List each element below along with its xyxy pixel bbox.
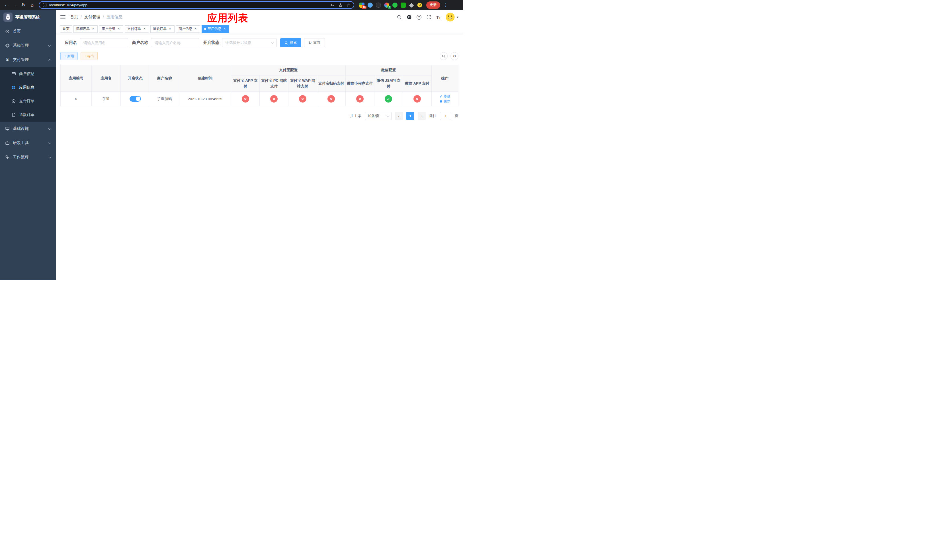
site-info-icon[interactable]: i — [43, 3, 47, 7]
page-1-button[interactable]: 1 — [406, 112, 414, 120]
extensions-puzzle-icon[interactable] — [409, 3, 414, 8]
next-page-button[interactable]: › — [418, 112, 426, 120]
table-toolbar: + 新增 ↓ 导出 ↻ — [61, 52, 458, 60]
extension-green-icon[interactable] — [392, 3, 398, 8]
add-button[interactable]: + 新增 — [61, 52, 78, 60]
breadcrumb: 首页 / 支付管理 / 应用信息 — [70, 15, 123, 20]
group-alipay-config: 支付宝配置 — [231, 65, 345, 76]
sidebar-item-infra[interactable]: 基础设施 — [0, 122, 56, 136]
help-icon[interactable]: ? — [416, 15, 421, 20]
search-button[interactable]: 搜索 — [280, 38, 301, 47]
close-icon[interactable]: × — [194, 27, 198, 31]
close-icon[interactable]: × — [223, 27, 227, 31]
page-annotation: 应用列表 — [207, 11, 248, 25]
tabs-bar: 首页 流程表单× 用户分组× 支付订单× 退款订单× 商户信息× 应用信息× — [56, 24, 463, 34]
close-icon[interactable]: × — [117, 27, 121, 31]
cell-app-id: 6 — [61, 92, 92, 106]
extension-grid-icon[interactable]: 10 — [359, 3, 365, 8]
sidebar-collapse-icon[interactable] — [61, 15, 65, 19]
profile-emoji-icon[interactable] — [417, 3, 422, 8]
payment-submenu: 商户信息 应用信息 支付订单 退款订单 — [0, 67, 56, 122]
browser-forward-icon[interactable]: → — [11, 2, 19, 9]
sidebar-item-devtools[interactable]: 研发工具 — [0, 136, 56, 150]
close-icon[interactable]: × — [142, 27, 146, 31]
font-size-icon[interactable]: TT — [436, 15, 440, 20]
cell-merchant: 芋道源码 — [150, 92, 179, 106]
col-app-id: 应用编号 — [61, 65, 92, 92]
search-icon — [442, 54, 445, 58]
tab-home[interactable]: 首页 — [60, 25, 72, 33]
col-alipay-wap: 支付宝 WAP 网站支付 — [289, 76, 317, 92]
github-icon[interactable] — [407, 15, 412, 20]
alipay-app-status-icon: × — [242, 95, 249, 103]
app-name-label: 应用名 — [65, 40, 77, 45]
tab-pay-order[interactable]: 支付订单× — [125, 25, 149, 33]
reset-button[interactable]: ↻ 重置 — [304, 38, 325, 47]
status-label: 开启状态 — [203, 40, 219, 45]
browser-update-button[interactable]: 更新 — [426, 2, 440, 9]
user-avatar[interactable]: ▾ — [445, 12, 458, 22]
sidebar-item-label: 基础设施 — [13, 126, 29, 131]
page-size-select[interactable]: 10条/页 — [365, 112, 392, 120]
prev-page-button[interactable]: ‹ — [395, 112, 403, 120]
col-wechat-jsapi: 微信 JSAPI 支付 — [374, 76, 403, 92]
browser-menu-icon[interactable]: ⋮ — [443, 3, 448, 8]
url-text[interactable]: localhost:1024/pay/app — [49, 3, 328, 7]
col-alipay-qr: 支付宝扫码支付 — [317, 76, 346, 92]
sidebar-item-workflow[interactable]: 工作流程 — [0, 150, 56, 164]
merchant-name-input[interactable] — [151, 38, 199, 47]
breadcrumb-home[interactable]: 首页 — [70, 15, 78, 20]
sidebar-item-label: 系统管理 — [13, 43, 29, 48]
toggle-search-button[interactable] — [440, 52, 448, 60]
extension-rainbow-icon[interactable]: 1 — [384, 3, 389, 8]
export-button[interactable]: ↓ 导出 — [80, 52, 98, 60]
browser-toolbar: ← → ↻ ⌂ i localhost:1024/pay/app ☆ 10 1 … — [0, 0, 463, 10]
browser-reload-icon[interactable]: ↻ — [20, 2, 27, 9]
app-table: 应用编号 应用名 开启状态 商户名称 创建时间 支付宝配置 微信配置 操作 支付… — [61, 65, 458, 106]
edit-link[interactable]: 修改 — [439, 94, 450, 99]
extension-drop-icon[interactable] — [368, 3, 373, 8]
chevron-down-icon: ▾ — [457, 15, 458, 19]
tab-merchant-info[interactable]: 商户信息× — [176, 25, 200, 33]
filter-form: 应用名 商户名称 开启状态 请选择开启状态 搜索 ↻ 重置 — [61, 38, 458, 47]
goto-page-input[interactable] — [440, 112, 451, 120]
bookmark-star-icon[interactable]: ☆ — [346, 3, 350, 7]
status-select[interactable]: 请选择开启状态 — [222, 38, 277, 47]
extension-wechat-icon[interactable] — [401, 3, 406, 8]
sidebar-item-home[interactable]: 首页 — [0, 24, 56, 38]
yuan-icon: ¥ — [5, 57, 10, 62]
tab-refund-order[interactable]: 退款订单× — [150, 25, 174, 33]
breadcrumb-payment[interactable]: 支付管理 — [84, 15, 100, 20]
sidebar-item-label: 首页 — [13, 29, 21, 34]
browser-home-icon[interactable]: ⌂ — [29, 2, 36, 9]
sidebar-logo[interactable]: 芋道管理系统 — [0, 10, 56, 24]
tab-process-form[interactable]: 流程表单× — [73, 25, 98, 33]
close-icon[interactable]: × — [168, 27, 172, 31]
extension-dark-icon[interactable] — [376, 3, 381, 8]
col-created: 创建时间 — [179, 65, 231, 92]
tab-app-info[interactable]: 应用信息× — [201, 25, 229, 33]
fullscreen-icon[interactable] — [426, 15, 431, 20]
sidebar-item-system[interactable]: 系统管理 — [0, 38, 56, 53]
sidebar-item-label: 支付管理 — [13, 57, 29, 62]
sidebar-item-label: 退款订单 — [19, 112, 35, 117]
sidebar-item-merchant-info[interactable]: 商户信息 — [0, 67, 56, 80]
search-icon[interactable] — [396, 15, 402, 20]
tab-user-group[interactable]: 用户分组× — [99, 25, 123, 33]
chevron-down-icon — [48, 141, 51, 144]
toolbox-icon — [5, 141, 10, 145]
app-name-input[interactable] — [80, 38, 128, 47]
sidebar-item-app-info[interactable]: 应用信息 — [0, 80, 56, 94]
sidebar-item-pay-order[interactable]: 支付订单 — [0, 94, 56, 108]
refresh-table-button[interactable]: ↻ — [451, 52, 458, 60]
share-icon[interactable] — [338, 3, 343, 8]
close-icon[interactable]: × — [91, 27, 95, 31]
browser-back-icon[interactable]: ← — [3, 2, 10, 9]
sidebar-item-payment[interactable]: ¥ 支付管理 — [0, 53, 56, 67]
sidebar-item-refund-order[interactable]: 退款订单 — [0, 108, 56, 122]
password-key-icon[interactable] — [330, 3, 334, 8]
wechat-app-status-icon: × — [413, 95, 421, 103]
delete-link[interactable]: 删除 — [439, 99, 450, 104]
address-bar[interactable]: i localhost:1024/pay/app ☆ — [39, 1, 354, 9]
status-toggle[interactable] — [130, 96, 141, 102]
